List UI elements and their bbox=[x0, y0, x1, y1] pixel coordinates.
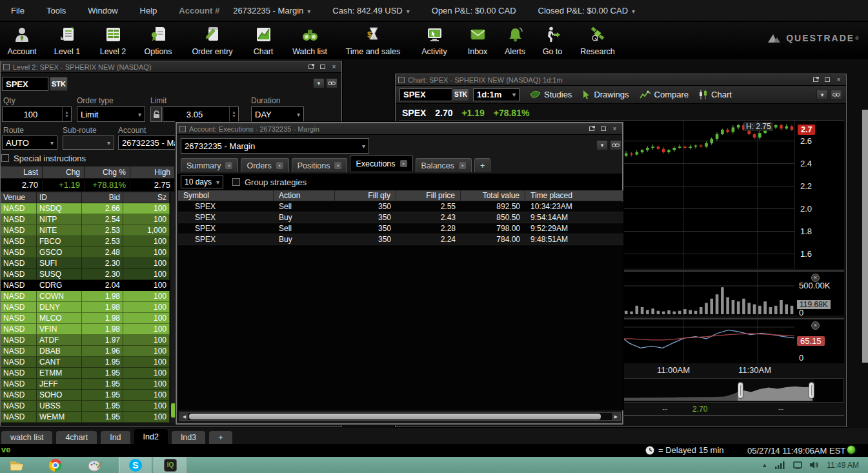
book-row[interactable]: NASDDLNY1.98100 bbox=[1, 302, 170, 313]
level2-titlebar[interactable]: Level 2: SPEX - SPHERIX NEW (NASDAQ) × bbox=[1, 61, 341, 73]
workspace-tab-watch-list[interactable]: watch list bbox=[1, 431, 52, 444]
tray-expand-icon[interactable]: ▲ bbox=[762, 462, 767, 468]
book-row[interactable]: NASDUBSS1.95100 bbox=[1, 401, 170, 412]
network-icon[interactable] bbox=[775, 461, 785, 469]
book-header-cell[interactable]: Sz bbox=[123, 192, 170, 203]
workspace-tab-ind2[interactable]: Ind2 bbox=[134, 429, 168, 444]
book-row[interactable]: NASDCANT1.95100 bbox=[1, 357, 170, 368]
close-button[interactable]: × bbox=[610, 125, 620, 133]
compare-menu[interactable]: Compare bbox=[640, 90, 689, 99]
menu-item-tools[interactable]: Tools bbox=[35, 6, 77, 15]
account-selector[interactable]: 26732235 - Margin▾ bbox=[230, 6, 321, 15]
book-row[interactable]: NASDATDF1.97100 bbox=[1, 335, 170, 346]
book-row[interactable]: NASDSOHO1.95100 bbox=[1, 390, 170, 401]
tab-close-icon[interactable]: × bbox=[276, 162, 283, 169]
qty-input[interactable]: 100 ▴▾ bbox=[2, 106, 72, 122]
group-strategies-checkbox[interactable] bbox=[232, 178, 240, 186]
book-scrollbar[interactable] bbox=[170, 192, 176, 423]
workspace-tab-4chart[interactable]: 4chart bbox=[56, 431, 97, 444]
range-select[interactable]: 10 days▾ bbox=[181, 176, 223, 188]
workspace-tab-new[interactable]: + bbox=[209, 431, 232, 444]
executions-header-cell[interactable]: Total value bbox=[461, 190, 525, 201]
taskbar-skype-button[interactable]: S bbox=[119, 457, 152, 473]
studies-menu[interactable]: Studies bbox=[530, 90, 572, 99]
close-button[interactable]: × bbox=[834, 75, 843, 84]
volume-icon[interactable] bbox=[810, 461, 819, 469]
order-type-select[interactable]: Limit▾ bbox=[77, 106, 145, 122]
price-lock-button[interactable] bbox=[150, 106, 162, 122]
link-button[interactable] bbox=[326, 78, 338, 88]
book-row[interactable]: NASDJEFF1.95100 bbox=[1, 379, 170, 390]
book-row[interactable]: NASDSUFI2.30100 bbox=[1, 258, 170, 269]
limit-price-input[interactable]: 3.05 ▴▾ bbox=[163, 106, 239, 122]
book-row[interactable]: NASDNSDQ2.66100 bbox=[1, 203, 170, 214]
symbol-input[interactable]: SPEX bbox=[2, 77, 48, 91]
tab-close-icon[interactable]: × bbox=[334, 162, 341, 169]
execution-row[interactable]: SPEXSell3502.28798.009:52:29AM bbox=[178, 223, 623, 234]
toolbar-button-options[interactable]: Options bbox=[136, 22, 181, 59]
toolbar-button-time-and-sales[interactable]: $Time and sales bbox=[337, 22, 409, 59]
execution-row[interactable]: SPEXBuy3502.43850.509:54:14AM bbox=[178, 212, 623, 223]
tab-close-icon[interactable]: × bbox=[400, 160, 407, 167]
popout-button[interactable] bbox=[811, 75, 820, 84]
menu-item-help[interactable]: Help bbox=[129, 6, 168, 15]
cash-selector[interactable]: Cash: 842.49 USD▾ bbox=[321, 6, 420, 15]
workspace-tab-ind[interactable]: Ind bbox=[101, 431, 130, 444]
link-button[interactable] bbox=[831, 90, 842, 100]
book-row[interactable]: NASDMLCO1.98100 bbox=[1, 313, 170, 324]
duration-select[interactable]: DAY▾ bbox=[251, 106, 304, 122]
navigator-right-handle[interactable] bbox=[809, 382, 814, 399]
book-row[interactable]: NASDNITP2.54100 bbox=[1, 214, 170, 225]
link-button[interactable] bbox=[610, 140, 621, 150]
executions-account-select[interactable]: 26732235 - Margin▾ bbox=[181, 138, 369, 154]
book-scrollbar-thumb[interactable] bbox=[171, 403, 176, 418]
toolbar-button-alerts[interactable]: Alerts bbox=[496, 22, 534, 59]
menu-item-file[interactable]: File bbox=[0, 6, 35, 15]
limit-price-stepper[interactable]: ▴▾ bbox=[229, 107, 238, 121]
taskbar-clock[interactable]: 11:49 AM bbox=[827, 461, 859, 470]
book-row[interactable]: NASDDBAB1.96100 bbox=[1, 346, 170, 357]
executions-titlebar[interactable]: Account: Executions - 26732235 - Margin … bbox=[177, 123, 622, 135]
book-row[interactable]: NASDGSCO2.48100 bbox=[1, 247, 170, 258]
toolbar-button-level-2[interactable]: Level 2 bbox=[90, 22, 136, 59]
book-row[interactable]: NASDSUSQ2.30100 bbox=[1, 269, 170, 280]
toolbar-button-research[interactable]: Research bbox=[570, 22, 625, 59]
special-instructions-checkbox[interactable] bbox=[1, 154, 9, 162]
closed-pl-selector[interactable]: Closed P&L: $0.00 CAD▾ bbox=[527, 6, 647, 15]
toolbar-button-account[interactable]: Account bbox=[0, 22, 44, 59]
tab-summary[interactable]: Summary× bbox=[181, 158, 238, 172]
book-row[interactable]: NASDETMM1.95100 bbox=[1, 368, 170, 379]
toolbar-button-order-entry[interactable]: Order entry bbox=[181, 22, 244, 59]
book-row[interactable]: NASDWEMM1.95100 bbox=[1, 412, 170, 423]
toolbar-button-watch-list[interactable]: Watch list bbox=[283, 22, 337, 59]
hscrollbar-thumb[interactable] bbox=[189, 414, 601, 419]
toolbar-button-level-1[interactable]: Level 1 bbox=[44, 22, 90, 59]
book-row[interactable]: NASDVFIN1.98100 bbox=[1, 324, 170, 335]
toolbar-button-inbox[interactable]: Inbox bbox=[459, 22, 496, 59]
execution-row[interactable]: SPEXBuy3502.24784.009:48:51AM bbox=[178, 234, 623, 245]
tab-new[interactable]: + bbox=[474, 158, 490, 172]
tab-orders[interactable]: Orders× bbox=[241, 158, 288, 172]
workspace-tab-ind3[interactable]: Ind3 bbox=[172, 431, 205, 444]
qty-stepper[interactable]: ▴▾ bbox=[62, 107, 71, 121]
chart-type-menu[interactable]: Chart bbox=[699, 90, 732, 99]
executions-hscrollbar[interactable]: ◀ ▶ bbox=[179, 412, 621, 421]
executions-header-cell[interactable]: Action bbox=[274, 190, 335, 201]
close-indicator-pane-button[interactable]: × bbox=[811, 321, 820, 330]
scroll-right-arrow[interactable]: ▶ bbox=[612, 413, 620, 420]
popout-button[interactable] bbox=[587, 125, 596, 133]
window-dropdown-button[interactable]: ▾ bbox=[313, 78, 325, 88]
toolbar-button-go-to[interactable]: Go to bbox=[534, 22, 570, 59]
taskbar-questrade-iq-button[interactable]: IQ bbox=[154, 457, 187, 473]
tab-executions[interactable]: Executions× bbox=[350, 156, 412, 171]
window-dropdown-button[interactable]: ▾ bbox=[596, 140, 608, 150]
chart-symbol-input[interactable]: SPEX bbox=[399, 88, 452, 101]
toolbar-button-chart[interactable]: Chart bbox=[244, 22, 283, 59]
tab-close-icon[interactable]: × bbox=[225, 162, 232, 169]
navigator-left-handle[interactable] bbox=[738, 382, 743, 399]
tab-balances[interactable]: Balances× bbox=[416, 158, 472, 172]
menu-item-window[interactable]: Window bbox=[77, 6, 128, 15]
book-row[interactable]: NASDCOWN1.98100 bbox=[1, 291, 170, 302]
popout-button[interactable] bbox=[306, 63, 316, 71]
executions-header-cell[interactable]: Time placed bbox=[525, 190, 623, 201]
